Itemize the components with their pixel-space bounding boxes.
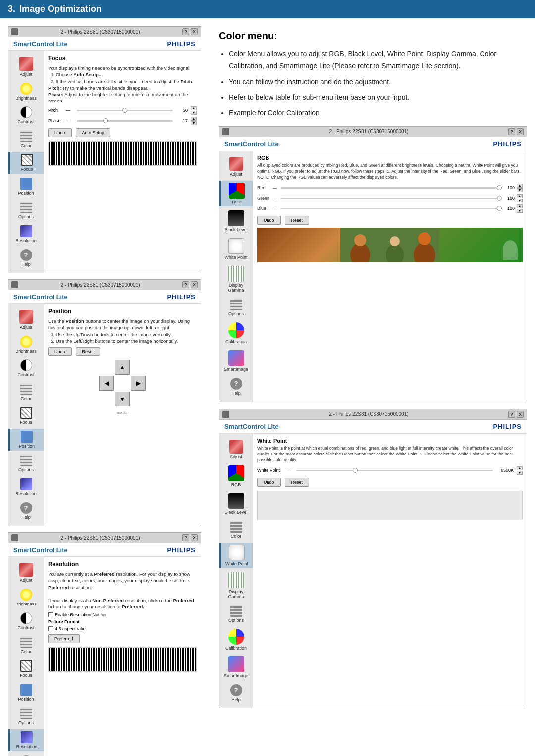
- rgb-sb-rgb[interactable]: RGB: [219, 181, 253, 206]
- wp-close-btn[interactable]: X: [517, 411, 524, 418]
- rgb-sb-color[interactable]: White Point: [219, 236, 253, 262]
- sidebar-item-contrast[interactable]: Contrast: [8, 104, 44, 126]
- rgb-sb-adjust[interactable]: Adjust: [219, 155, 253, 179]
- arrow-up-btn[interactable]: ▲: [115, 360, 130, 375]
- blue-thumb[interactable]: [497, 206, 502, 211]
- wp-down-btn[interactable]: ▼: [517, 471, 523, 475]
- pos-sidebar-contrast[interactable]: Contrast: [8, 357, 44, 379]
- green-thumb[interactable]: [497, 196, 502, 201]
- arrow-empty-bl: [99, 392, 114, 406]
- rgb-help-btn[interactable]: ?: [508, 128, 515, 135]
- focus-close-btn[interactable]: X: [191, 28, 198, 35]
- wp-up-btn[interactable]: ▲: [517, 466, 523, 470]
- sidebar-item-brightness[interactable]: Brightness: [8, 81, 44, 102]
- pitch-slider-row: Pitch — 50 ▲ ▼: [48, 106, 197, 115]
- arrow-down-btn[interactable]: ▼: [115, 392, 130, 406]
- green-down-btn[interactable]: ▼: [517, 199, 523, 202]
- focus-undo-btn[interactable]: Undo: [48, 128, 72, 137]
- wp-sb-blacklevel[interactable]: Black Level: [219, 491, 253, 517]
- res-sidebar-adjust[interactable]: Adjust: [8, 561, 44, 585]
- wp-sb-rgb[interactable]: RGB: [219, 463, 253, 489]
- wp-sb-calibration[interactable]: Calibration: [219, 627, 253, 653]
- sidebar-item-adjust[interactable]: Adjust: [8, 55, 44, 79]
- focus-help-btn[interactable]: ?: [182, 28, 189, 35]
- wp-sb-displaygamma[interactable]: Display Gamma: [219, 570, 253, 601]
- sidebar-item-color[interactable]: Color: [8, 128, 44, 150]
- res-checkbox-notifier[interactable]: [48, 612, 53, 617]
- res-sidebar-color[interactable]: Color: [8, 634, 44, 656]
- rgb-reset-btn[interactable]: Reset: [285, 216, 310, 225]
- red-thumb[interactable]: [497, 185, 502, 190]
- wp-help-btn[interactable]: ?: [508, 411, 515, 418]
- red-up-btn[interactable]: ▲: [517, 184, 523, 188]
- pos-sidebar-focus[interactable]: Focus: [8, 405, 44, 427]
- rgb-sb-help[interactable]: ? Help: [219, 376, 253, 398]
- phase-down-btn[interactable]: ▼: [191, 121, 197, 125]
- rgb-sb-displaygamma[interactable]: Display Gamma: [219, 264, 253, 295]
- position-undo-btn[interactable]: Undo: [48, 347, 72, 356]
- res-sidebar-help[interactable]: ? Help: [8, 753, 44, 756]
- pos-sidebar-adjust[interactable]: Adjust: [8, 308, 44, 332]
- res-preferred-btn[interactable]: Preferred: [48, 634, 80, 643]
- blue-down-btn[interactable]: ▼: [517, 209, 523, 213]
- wp-sb-smartimage[interactable]: SmartImage: [219, 655, 253, 680]
- wp-sb-adjust[interactable]: Adjust: [219, 438, 253, 461]
- wp-undo-btn[interactable]: Undo: [257, 478, 281, 487]
- blue-track[interactable]: [281, 208, 502, 209]
- red-track[interactable]: [281, 187, 502, 189]
- focus-autosetup-btn[interactable]: Auto Setup: [76, 128, 111, 137]
- sidebar-item-focus[interactable]: Focus: [8, 152, 44, 174]
- sidebar-item-options[interactable]: Options: [8, 200, 44, 221]
- green-up-btn[interactable]: ▲: [517, 194, 523, 198]
- sidebar-item-resolution[interactable]: Resolution: [8, 223, 44, 245]
- rgb-sb-options[interactable]: Options: [219, 297, 253, 318]
- sidebar-item-position[interactable]: Position: [8, 176, 44, 198]
- rgb-close-btn[interactable]: X: [517, 128, 524, 135]
- phase-up-btn[interactable]: ▲: [191, 117, 197, 121]
- resolution-close-btn[interactable]: X: [191, 534, 198, 541]
- pitch-thumb[interactable]: [122, 108, 127, 113]
- green-track[interactable]: [281, 198, 502, 199]
- res-sidebar-resolution[interactable]: Resolution: [8, 729, 44, 751]
- res-sidebar-brightness[interactable]: Brightness: [8, 587, 44, 608]
- position-reset-btn[interactable]: Reset: [76, 347, 101, 356]
- position-close-btn[interactable]: X: [191, 281, 198, 288]
- wp-sb-help[interactable]: ? Help: [219, 682, 253, 704]
- wp-reset-btn[interactable]: Reset: [285, 478, 310, 487]
- red-down-btn[interactable]: ▼: [517, 188, 523, 192]
- arrow-right-btn[interactable]: ▶: [131, 376, 146, 391]
- res-sidebar-contrast[interactable]: Contrast: [8, 610, 44, 632]
- pos-sidebar-brightness[interactable]: Brightness: [8, 334, 44, 355]
- resolution-help-btn[interactable]: ?: [182, 534, 189, 541]
- rgb-sb-blacklevel[interactable]: Black Level: [219, 208, 253, 234]
- pitch-down-btn[interactable]: ▼: [191, 111, 197, 115]
- pos-sidebar-options[interactable]: Options: [8, 453, 44, 474]
- pos-sidebar-resolution[interactable]: Resolution: [8, 476, 44, 498]
- res-sidebar-focus[interactable]: Focus: [8, 658, 44, 680]
- wp-track[interactable]: [296, 470, 493, 471]
- res-sidebar-options[interactable]: Options: [8, 706, 44, 727]
- wp-sb-color[interactable]: Color: [219, 519, 253, 541]
- pos-sidebar-help[interactable]: ? Help: [8, 500, 44, 522]
- phase-slider-row: Phase — 17 ▲ ▼: [48, 117, 197, 125]
- wp-thumb[interactable]: [353, 468, 358, 473]
- phase-track[interactable]: [77, 120, 173, 122]
- rgb-sb-calibration[interactable]: Calibration: [219, 320, 253, 346]
- arrow-left-btn[interactable]: ◀: [99, 376, 114, 391]
- position-help-btn[interactable]: ?: [182, 281, 189, 288]
- color-menu-bullets: Color Menu allows you to adjust RGB, Bla…: [219, 49, 527, 119]
- res-checkbox-43[interactable]: [48, 626, 53, 631]
- wp-sb-options[interactable]: Options: [219, 603, 253, 625]
- res-sidebar-position[interactable]: Position: [8, 682, 44, 704]
- phase-thumb[interactable]: [103, 118, 108, 123]
- wp-sb-whitepoint[interactable]: White Point: [219, 543, 253, 568]
- rgb-sb-smartimage[interactable]: SmartImage: [219, 348, 253, 374]
- pitch-up-btn[interactable]: ▲: [191, 106, 197, 110]
- pos-sidebar-position[interactable]: Position: [8, 429, 44, 451]
- bullet-3: Refer to below table for sub-menu item b…: [229, 92, 527, 103]
- rgb-undo-btn[interactable]: Undo: [257, 216, 281, 225]
- blue-up-btn[interactable]: ▲: [517, 204, 523, 208]
- pos-sidebar-color[interactable]: Color: [8, 381, 44, 403]
- sidebar-item-help[interactable]: ? Help: [8, 247, 44, 269]
- pitch-track[interactable]: [77, 110, 173, 111]
